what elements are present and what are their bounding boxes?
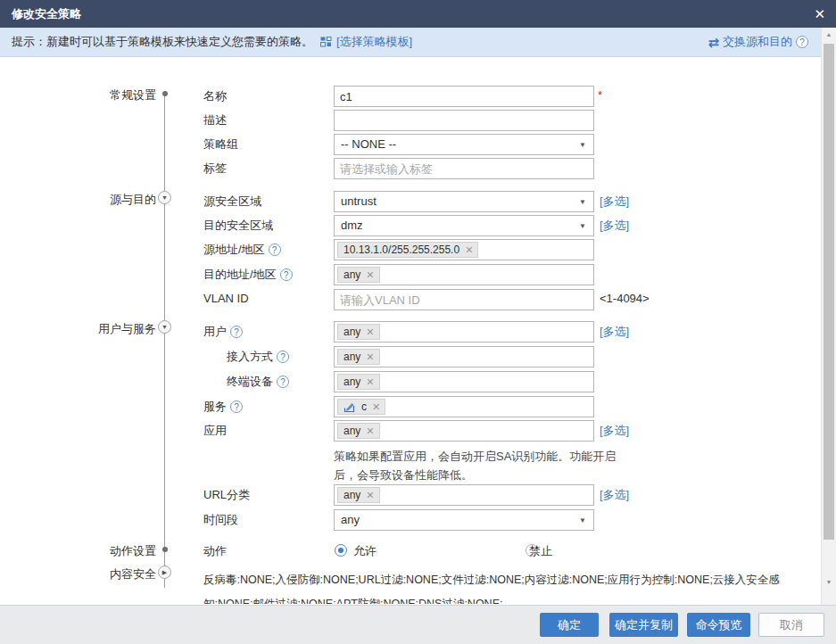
dst-addr-label: 目的地址/地区 ? [203, 267, 293, 283]
section-general: 常规设置 [85, 87, 156, 103]
chip-text: any [344, 489, 360, 501]
select-policy-template-link[interactable]: [选择策略模板] [336, 34, 412, 50]
swap-source-dest-link[interactable]: ⇄ 交换源和目的 ? [708, 28, 808, 56]
help-icon[interactable]: ? [277, 376, 289, 388]
scroll-down-icon[interactable]: ▼ [822, 579, 836, 585]
dst-zone-multi-link[interactable]: [多选] [600, 218, 629, 234]
cancel-button[interactable]: 取消 [758, 613, 824, 637]
chevron-down-icon: ▼ [579, 193, 586, 212]
terminal-device-input[interactable]: any ✕ [334, 371, 594, 392]
dialog-footer: 确定 确定并复制 命令预览 取消 [0, 605, 836, 644]
help-icon[interactable]: ? [280, 268, 293, 281]
remove-chip-icon[interactable]: ✕ [366, 352, 374, 362]
section-content-security: 内容安全 [85, 566, 156, 582]
action-deny-label: 禁止 [529, 543, 552, 559]
chip-text: any [344, 326, 360, 338]
collapse-source-dest-icon[interactable]: ▼ [158, 191, 171, 204]
ok-button[interactable]: 确定 [540, 613, 599, 637]
remove-chip-icon[interactable]: ✕ [366, 327, 374, 337]
help-icon[interactable]: ? [277, 351, 289, 363]
remove-chip-icon[interactable]: ✕ [366, 491, 374, 500]
user-multi-link[interactable]: [多选] [600, 324, 629, 340]
section-action-dot [162, 547, 168, 552]
user-label-text: 用户 [203, 324, 227, 340]
help-icon[interactable]: ? [796, 36, 808, 48]
chip-text: any [344, 351, 360, 363]
remove-chip-icon[interactable]: ✕ [366, 377, 374, 387]
time-range-select[interactable]: any ▼ [334, 509, 594, 531]
required-asterisk: * [598, 88, 602, 102]
time-range-value: any [341, 513, 360, 526]
terminal-device-chip: any ✕ [337, 374, 380, 390]
dst-addr-input[interactable]: any ✕ [334, 264, 594, 285]
action-allow-radio[interactable] [335, 544, 347, 557]
dst-zone-value: dmz [341, 219, 363, 232]
vlan-input[interactable] [334, 289, 594, 310]
name-input[interactable] [334, 86, 594, 107]
service-label: 服务 ? [203, 399, 243, 415]
remove-chip-icon[interactable]: ✕ [465, 245, 473, 255]
chip-text: any [344, 376, 360, 388]
chip-text: c [361, 400, 367, 413]
description-input[interactable] [334, 110, 594, 131]
vlan-label: VLAN ID [203, 292, 249, 305]
user-label: 用户 ? [203, 324, 243, 340]
dst-zone-select[interactable]: dmz ▼ [334, 215, 594, 236]
access-mode-chip: any ✕ [337, 349, 380, 365]
command-preview-button[interactable]: 命令预览 [687, 613, 750, 637]
application-note: 策略如果配置应用，会自动开启SA识别功能。功能开启后，会导致设备性能降低。 [334, 447, 621, 484]
tag-input[interactable] [334, 158, 594, 179]
collapse-user-service-icon[interactable]: ▼ [158, 320, 171, 334]
help-icon[interactable]: ? [230, 326, 243, 338]
application-chip: any ✕ [337, 423, 380, 439]
src-zone-label: 源安全区域 [203, 194, 261, 210]
src-addr-input[interactable]: 10.13.1.0/255.255.255.0 ✕ [334, 239, 594, 260]
url-category-multi-link[interactable]: [多选] [600, 487, 629, 503]
scrollbar[interactable]: ▲ ▼ [821, 28, 836, 605]
swap-source-dest-label: 交换源和目的 [723, 34, 792, 50]
policy-group-label: 策略组 [203, 136, 238, 153]
section-general-dot [162, 91, 168, 96]
swap-arrows-icon: ⇄ [708, 36, 719, 49]
help-icon[interactable]: ? [230, 400, 243, 413]
access-mode-label-text: 接入方式 [227, 349, 273, 365]
chip-text: 10.13.1.0/255.255.255.0 [344, 244, 459, 256]
scrollbar-thumb[interactable] [824, 44, 834, 540]
src-zone-multi-link[interactable]: [多选] [600, 194, 629, 210]
section-source-dest: 源与目的 [85, 192, 156, 208]
policy-group-value: -- NONE -- [341, 137, 396, 151]
dst-zone-label: 目的安全区域 [203, 218, 273, 234]
service-input[interactable]: c ✕ [334, 396, 594, 417]
content-security-summary: 反病毒:NONE;入侵防御:NONE;URL过滤:NONE;文件过滤:NONE;… [203, 568, 780, 604]
user-chip: any ✕ [337, 324, 380, 340]
section-connector-line [164, 94, 165, 588]
chip-text: any [344, 425, 360, 437]
dialog-title: 修改安全策略 [12, 0, 81, 28]
src-zone-select[interactable]: untrust ▼ [334, 191, 594, 212]
chevron-down-icon: ▼ [579, 136, 586, 155]
access-mode-label: 接入方式 ? [227, 349, 289, 365]
chevron-down-icon: ▼ [579, 217, 586, 236]
remove-chip-icon[interactable]: ✕ [366, 270, 374, 280]
user-input[interactable]: any ✕ [334, 321, 594, 343]
time-range-label: 时间段 [203, 512, 238, 528]
service-label-text: 服务 [203, 399, 227, 415]
close-icon[interactable]: ✕ [814, 0, 825, 28]
remove-chip-icon[interactable]: ✕ [372, 402, 380, 412]
src-addr-label-text: 源地址/地区 [203, 242, 265, 258]
scroll-up-icon[interactable]: ▲ [822, 31, 836, 37]
expand-content-security-icon[interactable]: ▶ [158, 566, 171, 579]
remove-chip-icon[interactable]: ✕ [366, 426, 374, 436]
tag-label: 标签 [203, 161, 227, 177]
url-category-label: URL分类 [203, 487, 250, 503]
section-user-service: 用户与服务 [85, 321, 156, 337]
access-mode-input[interactable]: any ✕ [334, 346, 594, 367]
dst-addr-label-text: 目的地址/地区 [203, 267, 277, 283]
policy-group-select[interactable]: -- NONE -- ▼ [334, 134, 594, 155]
help-icon[interactable]: ? [269, 244, 281, 256]
ok-and-copy-button[interactable]: 确定并复制 [609, 613, 678, 637]
src-addr-label: 源地址/地区 ? [203, 242, 281, 258]
application-input[interactable]: any ✕ [334, 420, 594, 442]
url-category-input[interactable]: any ✕ [334, 484, 594, 506]
application-multi-link[interactable]: [多选] [600, 423, 629, 439]
